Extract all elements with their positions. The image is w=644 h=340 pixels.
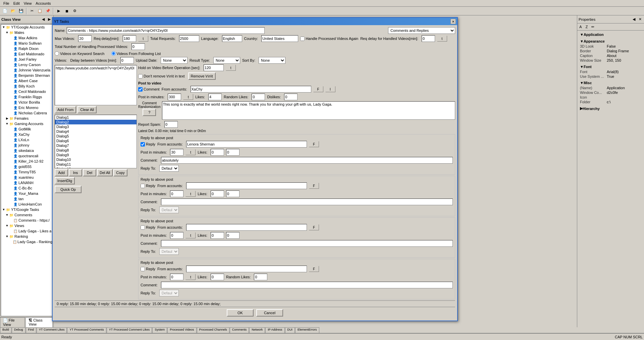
tree-nicholas-cabrera[interactable]: 👤 Nicholas Cabrera — [1, 110, 52, 116]
tree-quoctrancali[interactable]: 👤 quoctrancali — [1, 153, 52, 159]
video-following-radio[interactable] — [111, 51, 116, 56]
reply2-reply-to-dropdown[interactable]: Defaul — [159, 207, 179, 213]
handle-processed-checkbox[interactable] — [300, 37, 305, 41]
listbox-dialog2[interactable]: Dialog2 — [55, 120, 137, 124]
tree-earl-maldonado[interactable]: 👤 Earl Maldonado — [1, 51, 52, 57]
tree-lady-gaga-ranking[interactable]: 📋 Lady Gaga - Ranking — [1, 239, 52, 244]
total-handling-input[interactable] — [131, 43, 145, 50]
reply3-from-input[interactable] — [186, 224, 307, 231]
comment-randomization-button[interactable]: ? — [143, 109, 156, 116]
tree-yt-google[interactable]: ▼ 📁 YT/Google Accounts — [1, 24, 52, 30]
req-delay-handled-t-button[interactable]: t — [437, 36, 447, 42]
req-delay-t-button[interactable]: t — [138, 36, 148, 42]
reply4-random-likes-input[interactable] — [254, 274, 267, 280]
tree-killer-24[interactable]: 👤 Killer_24-12-92 — [1, 159, 52, 164]
menu-file[interactable]: File — [1, 1, 11, 6]
toolbar-open[interactable]: 📂 — [9, 7, 17, 15]
tree-gotmilk[interactable]: 👤 GotMilk — [1, 126, 52, 132]
tab-build[interactable]: Build — [0, 327, 11, 333]
reply4-t-button[interactable]: t — [185, 274, 196, 280]
tab-system[interactable]: System — [152, 327, 167, 333]
tab-dui[interactable]: DUI — [285, 327, 295, 333]
toolbar-cut[interactable]: ✂ — [28, 7, 36, 15]
tab-yt-comment-likes[interactable]: YT Comment Likes — [37, 327, 67, 333]
reply4-from-input[interactable] — [186, 266, 307, 272]
tree-albert-case[interactable]: 👤 Albert Case — [1, 78, 52, 83]
tab-find[interactable]: Find — [26, 327, 37, 333]
upload-date-dropdown[interactable]: None — [161, 57, 187, 64]
tree-johnnie-valenzuela[interactable]: 👤 Johnnie Valenzuela — [1, 67, 52, 73]
reply2-t-button[interactable]: t — [185, 191, 196, 197]
tree-cecil-maldonado[interactable]: 👤 Cecil Maldonado — [1, 89, 52, 94]
tab-network[interactable]: Network — [249, 327, 265, 333]
reply4-likes-input[interactable] — [211, 274, 224, 280]
report-spam-input[interactable] — [164, 121, 178, 128]
prop-section-font-header[interactable]: ▼ Font — [579, 64, 643, 69]
tree-xachy[interactable]: 👤 XaChy — [1, 132, 52, 137]
req-delay-input[interactable] — [123, 35, 136, 42]
max-videos-input[interactable] — [78, 35, 92, 42]
dialog-close-button[interactable]: ✕ — [450, 19, 456, 24]
url-list-box[interactable]: https://www.youtube.com/watch?v=qrO4YZey… — [55, 65, 137, 105]
tree-your-mama[interactable]: 👤 Your_Mama — [1, 191, 52, 196]
listbox-dialog7[interactable]: Dialog7 — [55, 143, 137, 148]
listbox-dialog10[interactable]: Dialog10 — [55, 157, 137, 162]
dialog-copy-button[interactable]: Copy — [113, 169, 127, 176]
random-likes-input[interactable] — [252, 94, 265, 100]
ok-button[interactable]: OK — [227, 309, 254, 317]
reply2-likes-input[interactable] — [211, 190, 224, 197]
sort-by-dropdown[interactable]: None — [259, 57, 285, 64]
tab-processed-videos[interactable]: Processed Videos — [167, 327, 196, 333]
reply1-f-button[interactable]: F — [309, 141, 319, 147]
reply3-post-minutes-input[interactable] — [170, 232, 183, 239]
right-panel-icon2[interactable]: ✕ — [637, 17, 643, 22]
listbox-dialog4[interactable]: Dialog4 — [55, 129, 137, 134]
clear-all-button[interactable]: Clear All — [77, 106, 97, 113]
tree-eric-moreno[interactable]: 👤 Eric Moreno — [1, 105, 52, 110]
reply3-checkbox[interactable] — [141, 225, 145, 230]
toolbar-save[interactable]: 💾 — [17, 7, 25, 15]
reply3-comment-input[interactable] — [161, 240, 453, 247]
comment-textarea[interactable]: This song is exactly what the world need… — [162, 101, 455, 120]
prop-section-hierarchy-header[interactable]: ▶ Hierarchy — [579, 106, 643, 111]
reply4-f-button[interactable]: F — [309, 266, 319, 272]
post-minutes-t-button[interactable]: t — [183, 94, 193, 100]
listbox-dialog6[interactable]: Dialog6 — [55, 138, 137, 143]
tree-lady-gaga-likes[interactable]: 📋 Lady Gaga - Likes a — [1, 228, 52, 234]
tab-processed-channels[interactable]: Processed Channels — [197, 327, 229, 333]
listbox-dialog1[interactable]: Dialog1 — [55, 115, 137, 120]
reply3-random-likes-input[interactable] — [226, 232, 239, 239]
toolbar-settings[interactable]: ⚙ — [71, 7, 78, 15]
tree-timmyt85[interactable]: 👤 TimmyT85 — [1, 169, 52, 175]
dialog-ins-button[interactable]: Ins — [69, 169, 82, 176]
tab-yt-processed-comment-likes[interactable]: YT Processed Comment Likes — [107, 327, 152, 333]
tree-males[interactable]: ▼ 📁 Males — [1, 30, 52, 35]
delay-between-input[interactable] — [120, 57, 134, 64]
add-from-button[interactable]: Add From — [55, 106, 76, 113]
tree-leroy-carson[interactable]: 👤 Leroy Carson — [1, 62, 52, 67]
tree-lheohamcon[interactable]: 👤 LHeoHamCon — [1, 202, 52, 207]
listbox-dialog5[interactable]: Dialog5 — [55, 134, 137, 138]
reply3-f-button[interactable]: F — [309, 224, 319, 230]
toolbar-paste[interactable]: 📌 — [44, 7, 52, 15]
panel-icon2[interactable]: ▶ — [47, 17, 52, 22]
dialog-del-all-button[interactable]: Del All — [97, 169, 113, 176]
reply2-checkbox[interactable] — [141, 184, 145, 188]
menu-edit[interactable]: Edit — [11, 1, 22, 6]
reply2-random-likes-input[interactable] — [226, 190, 239, 197]
reply2-post-minutes-input[interactable] — [170, 190, 183, 197]
dialogs-listbox[interactable]: Dialog1 Dialog2 Dialog3 Dialog4 Dialog5 … — [55, 115, 137, 168]
tab-class-view[interactable]: 🏗 Class View — [25, 317, 53, 327]
reply3-reply-to-dropdown[interactable]: Defaul — [159, 248, 179, 255]
video-keyword-radio[interactable] — [55, 51, 59, 56]
reply4-post-minutes-input[interactable] — [170, 274, 183, 280]
tab-file-view[interactable]: 📄 File View — [0, 317, 25, 327]
tab-element-errors[interactable]: ElementErrors — [295, 327, 319, 333]
tree-ranking-folder[interactable]: ▼ 📁 Ranking — [1, 234, 52, 239]
from-accounts-f-button[interactable]: F — [313, 86, 323, 92]
reply2-comment-input[interactable] — [161, 199, 453, 205]
reply1-likes-input[interactable] — [211, 149, 224, 156]
listbox-dialog11[interactable]: Dialog11 — [55, 162, 137, 167]
props-icon3[interactable]: ✏ — [590, 24, 595, 30]
from-accounts-i-button[interactable]: I — [325, 86, 335, 92]
